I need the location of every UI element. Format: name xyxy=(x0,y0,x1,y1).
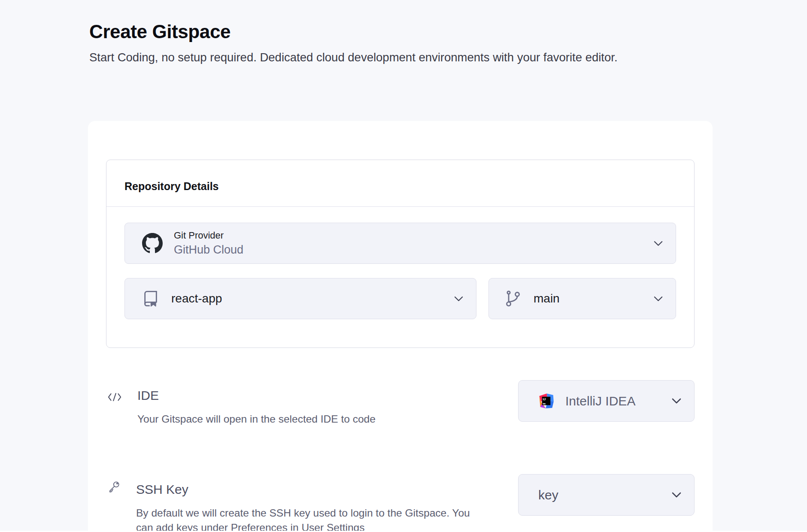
chevron-down-icon xyxy=(654,241,663,246)
key-icon xyxy=(107,480,121,493)
repository-value: react-app xyxy=(171,292,222,305)
ssh-key-description: By default we will create the SSH key us… xyxy=(136,506,477,532)
repo-branch-row: react-app xyxy=(124,278,676,319)
chevron-down-icon xyxy=(672,492,681,498)
repository-details-title: Repository Details xyxy=(124,180,676,193)
ssh-key-select[interactable]: key xyxy=(518,474,695,516)
page-subtitle: Start Coding, no setup required. Dedicat… xyxy=(89,49,713,66)
ide-select[interactable]: IJ IntelliJ IDEA xyxy=(518,380,695,422)
ide-value: IntelliJ IDEA xyxy=(565,394,635,408)
repository-details-header: Repository Details xyxy=(106,160,694,207)
svg-text:IJ: IJ xyxy=(543,397,546,401)
create-gitspace-page: Create Gitspace Start Coding, no setup r… xyxy=(0,0,807,532)
ssh-key-setting-text: SSH Key By default we will create the SS… xyxy=(136,482,477,532)
ide-setting-row: IDE Your Gitspace will open in the selec… xyxy=(106,380,695,426)
git-provider-select[interactable]: Git Provider GitHub Cloud xyxy=(124,223,676,264)
page-title: Create Gitspace xyxy=(89,21,713,43)
ide-description: Your Gitspace will open in the selected … xyxy=(137,412,376,426)
chevron-down-icon xyxy=(454,296,463,302)
ssh-key-setting-row: SSH Key By default we will create the SS… xyxy=(106,474,695,532)
gitspace-form-panel: Repository Details Git Provider GitHub C… xyxy=(88,121,713,532)
ide-setting-text: IDE Your Gitspace will open in the selec… xyxy=(137,388,376,426)
git-branch-icon xyxy=(504,289,522,308)
github-icon xyxy=(142,233,163,254)
ssh-key-label: SSH Key xyxy=(136,482,477,497)
repository-details-card: Repository Details Git Provider GitHub C… xyxy=(106,160,695,348)
page-header: Create Gitspace Start Coding, no setup r… xyxy=(0,0,807,66)
repository-details-body: Git Provider GitHub Cloud xyxy=(106,207,694,348)
branch-select[interactable]: main xyxy=(488,278,676,319)
repository-select[interactable]: react-app xyxy=(124,278,476,319)
ide-label: IDE xyxy=(137,388,376,403)
ssh-key-value: key xyxy=(538,488,558,502)
git-provider-value: GitHub Cloud xyxy=(174,243,243,257)
git-provider-text: Git Provider GitHub Cloud xyxy=(174,230,243,257)
branch-value: main xyxy=(534,292,560,305)
intellij-idea-icon: IJ xyxy=(538,393,554,409)
git-provider-label: Git Provider xyxy=(174,230,243,241)
chevron-down-icon xyxy=(654,296,663,302)
chevron-down-icon xyxy=(672,398,681,404)
repository-icon xyxy=(142,289,159,308)
code-icon xyxy=(107,392,122,402)
